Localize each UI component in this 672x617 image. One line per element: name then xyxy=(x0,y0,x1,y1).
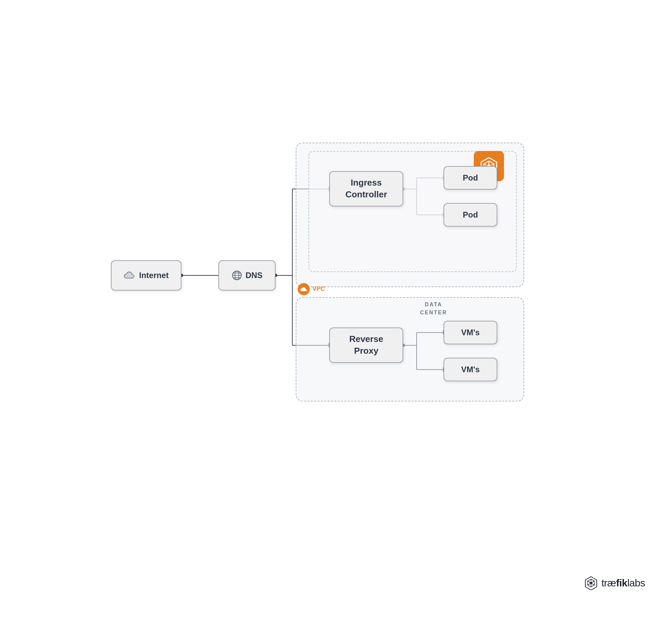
vm2-node: VM's xyxy=(444,358,497,381)
vm1-label: VM's xyxy=(461,328,479,337)
cloud-icon xyxy=(124,271,136,280)
pod1-node: Pod xyxy=(444,166,497,190)
vm1-node: VM's xyxy=(444,321,497,344)
ingress-label: Ingress Controller xyxy=(345,177,387,200)
reverse-proxy-node: Reverse Proxy xyxy=(329,327,403,363)
vm2-label: VM's xyxy=(461,365,479,374)
vpc-text: VPC xyxy=(312,285,325,293)
dns-label: DNS xyxy=(246,271,263,280)
pod2-label: Pod xyxy=(463,210,478,220)
svg-line-44 xyxy=(588,581,590,582)
traefik-watermark-icon xyxy=(584,576,598,590)
svg-line-45 xyxy=(592,584,594,585)
pod2-node: Pod xyxy=(444,203,497,227)
dns-node: DNS xyxy=(218,260,276,291)
brand-text: træfiklabs xyxy=(601,577,645,589)
internet-label: Internet xyxy=(139,271,169,280)
watermark: træfiklabs xyxy=(584,576,645,590)
ingress-controller-node: Ingress Controller xyxy=(329,171,403,206)
svg-point-40 xyxy=(590,582,592,584)
diagram-container: DNS (bidirectional: dot on left, arrow o… xyxy=(101,99,571,502)
vpc-label: VPC xyxy=(298,283,325,295)
datacenter-text: DATA CENTER xyxy=(420,302,447,315)
reverse-proxy-label: Reverse Proxy xyxy=(349,333,383,357)
globe-icon xyxy=(232,270,242,281)
pod1-label: Pod xyxy=(463,173,478,183)
datacenter-label: DATA CENTER xyxy=(420,301,447,317)
vpc-cloud-icon xyxy=(298,283,310,295)
svg-line-43 xyxy=(592,581,594,582)
internet-node: Internet xyxy=(111,260,181,291)
svg-line-46 xyxy=(588,584,590,585)
